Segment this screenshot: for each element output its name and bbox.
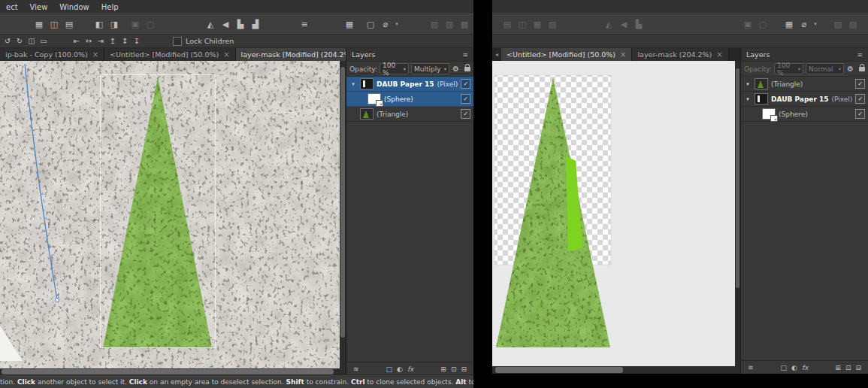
- layer-thumbnail[interactable]: [755, 78, 768, 89]
- layer-row-triangle[interactable]: ▾ (Triangle) ✓: [741, 77, 868, 92]
- expand-arrow-icon[interactable]: ▾: [744, 81, 752, 87]
- grid-icon[interactable]: ▦: [782, 17, 797, 31]
- tab-close-icon[interactable]: ×: [92, 50, 98, 59]
- layer-row-sphere[interactable]: (Sphere) ✓: [346, 92, 473, 107]
- fx-icon[interactable]: fx: [407, 365, 414, 373]
- layer-thumbnail[interactable]: [360, 78, 374, 89]
- insert-inside-icon[interactable]: ▤: [500, 17, 515, 31]
- eyedropper-icon[interactable]: ⌀: [378, 17, 393, 31]
- vertical-scrollbar-thumb[interactable]: [340, 67, 345, 338]
- export-persona-icon[interactable]: ▧: [830, 17, 845, 31]
- layer-thumbnail[interactable]: [755, 93, 768, 105]
- adjustment-icon[interactable]: ◐: [397, 365, 403, 373]
- snapping-toggle-icon[interactable]: ▢: [363, 17, 378, 31]
- menu-view[interactable]: View: [24, 3, 54, 11]
- tab-close-icon[interactable]: ×: [223, 50, 229, 59]
- align-bottom-icon[interactable]: ↧: [131, 36, 143, 47]
- mask-icon[interactable]: □: [781, 364, 788, 371]
- artboard-icon[interactable]: ▭: [38, 36, 50, 47]
- ungroup-icon[interactable]: ◨: [107, 17, 122, 31]
- new-pixel-layer-icon[interactable]: ⊡: [845, 364, 851, 371]
- blend-mode-dropdown[interactable]: Normal▾: [806, 63, 844, 74]
- left-canvas[interactable]: [0, 61, 340, 368]
- tab-untitled[interactable]: <Untitled> [Modified] (50.0%) ×: [501, 48, 632, 61]
- duplicate-icon[interactable]: ◫: [26, 36, 38, 47]
- designer-persona-icon[interactable]: ▩: [457, 17, 472, 31]
- insert-on-top-icon[interactable]: ▤: [62, 17, 77, 31]
- expand-arrow-icon[interactable]: ▾: [744, 96, 752, 102]
- align-top-icon[interactable]: ↥: [107, 36, 119, 47]
- align-center-icon[interactable]: ↔: [83, 36, 95, 47]
- gear-icon[interactable]: ⚙: [847, 65, 854, 73]
- align-left-icon[interactable]: ⇤: [71, 36, 83, 47]
- blend-mode-dropdown[interactable]: Multiply▾: [411, 63, 449, 74]
- undo-icon[interactable]: ▣: [740, 17, 755, 31]
- rotate-cw-icon[interactable]: ↻: [14, 36, 26, 47]
- opacity-dropdown[interactable]: 100 %▾: [380, 63, 409, 74]
- export-persona-icon[interactable]: ▧: [427, 17, 442, 31]
- tab-close-icon[interactable]: ×: [620, 50, 626, 59]
- layer-row-daub-paper[interactable]: ▾ DAUB Paper 15 (Pixel) ✓: [741, 92, 868, 107]
- tab-close-icon[interactable]: ×: [716, 50, 722, 59]
- vertical-scrollbar[interactable]: [735, 61, 740, 366]
- lock-icon[interactable]: [464, 67, 470, 71]
- tab-overflow-icon[interactable]: ◂: [492, 48, 501, 61]
- eyedropper-caret-icon[interactable]: ▾: [393, 17, 401, 31]
- tab-layer-mask[interactable]: layer-mask (204.2%) ×: [632, 48, 728, 61]
- insert-inside-icon[interactable]: ▦: [32, 17, 47, 31]
- panel-menu-icon[interactable]: ≡: [462, 51, 468, 59]
- layer-visibility-checkbox[interactable]: ✓: [461, 109, 470, 119]
- new-pixel-layer-icon[interactable]: ⊡: [451, 365, 457, 373]
- layer-thumbnail[interactable]: [367, 93, 381, 105]
- new-layer-icon[interactable]: ⊞: [440, 365, 446, 373]
- flip-horizontal-icon[interactable]: ◭: [601, 17, 616, 31]
- panel-menu-icon[interactable]: ≡: [857, 51, 863, 59]
- flip-horizontal-icon[interactable]: ◭: [203, 17, 218, 31]
- align-middle-icon[interactable]: ↕: [119, 36, 131, 47]
- delete-layer-icon[interactable]: ⊟: [855, 364, 861, 371]
- layer-row-triangle[interactable]: (Triangle) ✓: [346, 107, 473, 122]
- group-icon[interactable]: ◧: [92, 17, 107, 31]
- layer-thumbnail[interactable]: [762, 108, 776, 120]
- horizontal-scrollbar-thumb[interactable]: [495, 367, 623, 373]
- horizontal-scrollbar-thumb[interactable]: [2, 369, 334, 374]
- order-front-icon[interactable]: ▙: [631, 17, 646, 31]
- layer-visibility-checkbox[interactable]: ✓: [855, 109, 865, 119]
- align-right-icon[interactable]: ⇥: [95, 36, 107, 47]
- menu-help[interactable]: Help: [95, 3, 125, 11]
- pixel-persona-icon[interactable]: ▨: [845, 17, 860, 31]
- undo-icon[interactable]: ▣: [128, 17, 143, 31]
- layer-row-daub-paper[interactable]: ▾ DAUB Paper 15 (Pixel) ✓: [346, 77, 473, 92]
- horizontal-scrollbar[interactable]: [492, 366, 740, 374]
- expand-arrow-icon[interactable]: ▾: [349, 81, 357, 87]
- mask-thumbnail[interactable]: [770, 115, 778, 122]
- lock-children-checkbox[interactable]: [173, 37, 182, 46]
- grid-icon[interactable]: ▦: [342, 17, 357, 31]
- flip-vertical-icon[interactable]: ◀: [616, 17, 631, 31]
- adjustment-icon[interactable]: ◐: [791, 364, 797, 371]
- blend-ranges-icon[interactable]: ≋: [748, 364, 754, 371]
- redo-icon[interactable]: ▢: [143, 17, 158, 31]
- flip-vertical-icon[interactable]: ◀: [218, 17, 233, 31]
- eyedropper-caret-icon[interactable]: ▾: [812, 17, 819, 31]
- mask-icon[interactable]: □: [386, 365, 393, 373]
- pixel-persona-icon[interactable]: ▨: [442, 17, 457, 31]
- menu-select[interactable]: ect: [0, 3, 24, 11]
- delete-layer-icon[interactable]: ⊟: [461, 365, 467, 373]
- menu-window[interactable]: Window: [53, 3, 95, 11]
- vertical-scrollbar-thumb[interactable]: [736, 68, 739, 288]
- vertical-scrollbar[interactable]: [340, 61, 346, 368]
- gear-icon[interactable]: ⚙: [452, 65, 459, 73]
- right-canvas[interactable]: [492, 61, 735, 366]
- text-ruler-icon[interactable]: ≡: [297, 17, 312, 31]
- lock-icon[interactable]: [859, 67, 865, 71]
- group-icon[interactable]: ▧: [545, 17, 560, 31]
- layer-visibility-checkbox[interactable]: ✓: [461, 79, 470, 89]
- insert-behind-icon[interactable]: ◫: [515, 17, 530, 31]
- redo-icon[interactable]: ▢: [755, 17, 770, 31]
- tab-untitled[interactable]: <Untitled> [Modified] (50.0%) ×: [104, 48, 235, 61]
- order-front-icon[interactable]: ▙: [233, 17, 248, 31]
- rotate-ccw-icon[interactable]: ↺: [2, 36, 14, 47]
- mask-thumbnail[interactable]: [376, 100, 383, 107]
- tab-layer-mask[interactable]: layer-mask [Modified] (204.2%) ×: [236, 48, 346, 61]
